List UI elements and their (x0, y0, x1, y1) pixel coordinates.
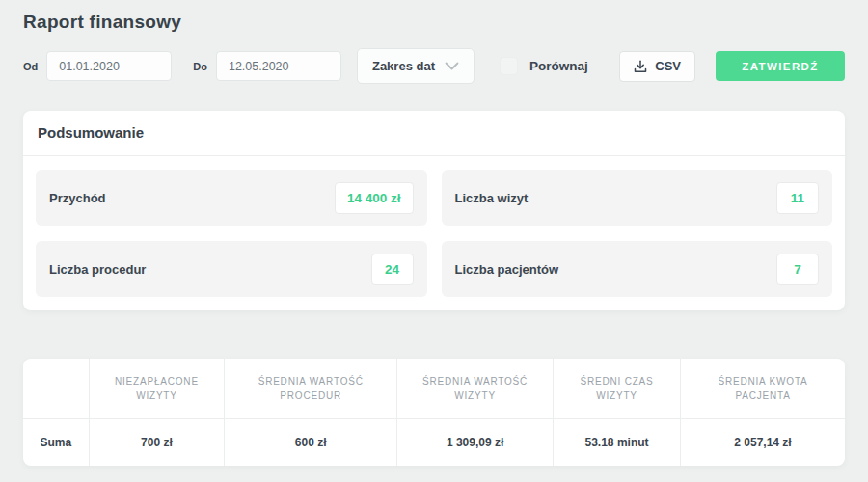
column-header-empty (23, 359, 89, 419)
stat-label: Liczba wizyt (455, 191, 529, 205)
submit-button[interactable]: ZATWIERDŹ (716, 51, 845, 81)
stat-value: 24 (371, 254, 414, 285)
date-from-label: Od (23, 61, 38, 72)
page-title: Raport finansowy (23, 10, 845, 35)
totals-table-card: Niezapłacone wizyty Średnia wartość proc… (23, 359, 845, 466)
stat-value: 14 400 zł (335, 182, 414, 214)
stat-label: Liczba procedur (49, 262, 146, 277)
column-header-avg-patient-amount: Średnia kwota pacjenta (681, 359, 845, 419)
table-row-suma: Suma 700 zł 600 zł 1 309,09 zł 53.18 min… (23, 419, 845, 467)
summary-card: Podsumowanie Przychód 14 400 zł Liczba w… (23, 111, 845, 310)
summary-stats-grid: Przychód 14 400 zł Liczba wizyt 11 Liczb… (23, 156, 845, 310)
compare-checkbox[interactable] (500, 57, 518, 75)
column-header-avg-visit-value: Średnia wartość wizyty (397, 359, 554, 419)
cell-unpaid-visits: 700 zł (89, 419, 225, 467)
download-icon (634, 60, 647, 73)
cell-avg-patient-amount: 2 057,14 zł (681, 419, 845, 467)
date-to-label: Do (193, 61, 207, 72)
date-range-dropdown[interactable]: Zakres dat (357, 48, 475, 84)
row-label: Suma (23, 419, 89, 467)
stat-row-visits: Liczba wizyt 11 (442, 170, 833, 226)
report-page: Raport finansowy Od Do Zakres dat Porówn… (0, 0, 868, 481)
stat-value: 7 (776, 254, 819, 285)
stat-row-revenue: Przychód 14 400 zł (36, 170, 427, 226)
csv-button-label: CSV (655, 59, 681, 73)
csv-export-button[interactable]: CSV (619, 51, 695, 82)
date-to-input[interactable] (216, 51, 341, 81)
stat-label: Liczba pacjentów (455, 262, 559, 277)
compare-control: Porównaj (500, 57, 588, 75)
cell-avg-procedure-value: 600 zł (225, 419, 397, 467)
summary-card-title: Podsumowanie (23, 111, 845, 156)
date-from-input[interactable] (46, 51, 172, 81)
stat-label: Przychód (49, 191, 106, 205)
column-header-avg-visit-time: Średni czas wizyty (554, 359, 681, 419)
chevron-down-icon (445, 62, 459, 70)
column-header-avg-procedure-value: Średnia wartość procedur (225, 359, 397, 419)
cell-avg-visit-value: 1 309,09 zł (397, 419, 554, 467)
compare-label: Porównaj (529, 59, 588, 73)
cell-avg-visit-time: 53.18 minut (554, 419, 681, 467)
date-range-dropdown-label: Zakres dat (372, 59, 435, 73)
totals-table: Niezapłacone wizyty Średnia wartość proc… (23, 359, 845, 466)
stat-row-patients: Liczba pacjentów 7 (442, 241, 833, 297)
stat-row-procedures: Liczba procedur 24 (36, 241, 427, 297)
filter-bar: Od Do Zakres dat Porównaj CSV ZATWIE (23, 48, 845, 84)
totals-header-row: Niezapłacone wizyty Średnia wartość proc… (23, 359, 845, 419)
column-header-unpaid-visits: Niezapłacone wizyty (89, 359, 225, 419)
filter-actions: CSV ZATWIERDŹ (619, 51, 845, 82)
stat-value: 11 (776, 182, 819, 214)
